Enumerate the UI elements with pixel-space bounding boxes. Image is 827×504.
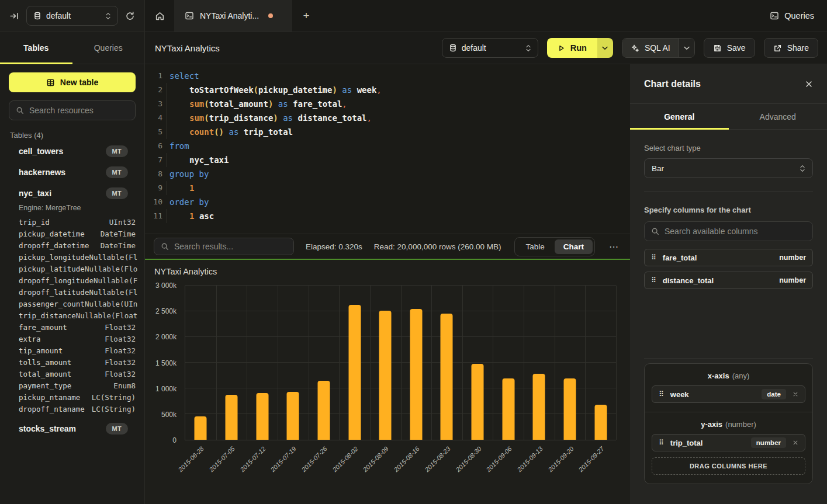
engine-badge: MT bbox=[106, 423, 128, 435]
run-options-button[interactable] bbox=[597, 38, 613, 58]
sql-ai-options-button[interactable] bbox=[679, 39, 694, 57]
table-item-nyc-taxi[interactable]: nyc_taxi MT bbox=[9, 183, 136, 204]
column-row: trip_distanceNullable(Float bbox=[9, 310, 136, 321]
resource-search-input[interactable] bbox=[29, 106, 129, 115]
new-table-button[interactable]: New table bbox=[9, 72, 136, 92]
code-text: 1 asc bbox=[169, 209, 214, 223]
save-button[interactable]: Save bbox=[704, 38, 755, 58]
code-line[interactable]: 10order by bbox=[145, 195, 630, 209]
gridline-v bbox=[616, 286, 617, 440]
code-line[interactable]: 6from bbox=[145, 139, 630, 153]
column-type: Nullable(Fl bbox=[89, 253, 137, 262]
drag-handle-icon[interactable]: ⠿ bbox=[651, 277, 656, 284]
topbar-database-selector[interactable]: default bbox=[26, 6, 118, 26]
x-tick-label: 2015-08-09 bbox=[362, 445, 390, 473]
sparkles-icon bbox=[631, 44, 639, 53]
collapse-sidebar-icon[interactable] bbox=[9, 11, 19, 21]
chart-type-select[interactable]: Bar bbox=[644, 158, 813, 178]
gridline-v bbox=[524, 286, 524, 440]
remove-icon[interactable] bbox=[793, 391, 798, 397]
code-line[interactable]: 91 bbox=[145, 181, 630, 195]
more-options-button[interactable]: ⋯ bbox=[607, 241, 621, 252]
refresh-icon[interactable] bbox=[125, 11, 135, 21]
save-button-label: Save bbox=[727, 43, 746, 53]
column-chip-distance-total[interactable]: ⠿ distance_total number bbox=[644, 272, 813, 289]
code-line[interactable]: 4sum(trip_distance) as distance_total, bbox=[145, 111, 630, 125]
y-tick-label: 0 bbox=[172, 436, 177, 444]
x-axis-hint: (any) bbox=[732, 371, 750, 380]
tab-nytaxi-analytics[interactable]: NYTaxi Analyti... bbox=[174, 0, 292, 32]
sidebar-tab-tables[interactable]: Tables bbox=[0, 32, 72, 64]
spacer bbox=[644, 289, 813, 358]
code-line[interactable]: 1select bbox=[145, 69, 630, 83]
y-axis-chip-trip-total[interactable]: ⠿ trip_total number bbox=[652, 434, 805, 451]
chart-bar bbox=[502, 378, 514, 440]
sql-ai-button[interactable]: SQL AI bbox=[622, 39, 679, 57]
table-item-hackernews[interactable]: hackernews MT bbox=[9, 162, 136, 183]
column-name: tip_amount bbox=[19, 346, 63, 355]
results-search-input[interactable] bbox=[174, 242, 287, 251]
column-chip-type: number bbox=[779, 253, 806, 262]
drag-handle-icon[interactable]: ⠿ bbox=[651, 254, 656, 261]
code-line[interactable]: 8group by bbox=[145, 167, 630, 181]
tab-general[interactable]: General bbox=[630, 104, 729, 129]
column-chip-fare-total[interactable]: ⠿ fare_total number bbox=[644, 249, 813, 266]
column-row: extraFloat32 bbox=[9, 333, 136, 345]
view-toggle-chart[interactable]: Chart bbox=[555, 239, 593, 254]
column-name: dropoff_latitude bbox=[19, 288, 89, 297]
view-toggle-table[interactable]: Table bbox=[517, 239, 553, 254]
chart-details-header: Chart details bbox=[630, 64, 827, 104]
x-tick-label: 2015-09-20 bbox=[546, 445, 575, 473]
remove-icon[interactable] bbox=[793, 440, 798, 446]
code-line[interactable]: 3sum(total_amount) as fare_total, bbox=[145, 97, 630, 111]
line-number: 7 bbox=[145, 153, 162, 167]
drag-handle-icon[interactable]: ⠿ bbox=[659, 439, 664, 446]
chart-bar bbox=[195, 416, 207, 440]
column-name: pickup_ntaname bbox=[19, 393, 80, 402]
share-button[interactable]: Share bbox=[764, 38, 818, 58]
table-item-stocks-stream[interactable]: stocks_stream MT bbox=[9, 418, 136, 439]
column-row: dropoff_longitudeNullable(F bbox=[9, 274, 136, 286]
y-tick-label: 3 000k bbox=[155, 281, 177, 290]
code-line[interactable]: 5count() as trip_total bbox=[145, 125, 630, 139]
gridline-v bbox=[278, 286, 278, 440]
column-chip-name: fare_total bbox=[663, 253, 773, 262]
y-axis-hint: (number) bbox=[725, 420, 756, 429]
tab-advanced[interactable]: Advanced bbox=[729, 104, 827, 129]
drag-columns-dropzone[interactable]: DRAG COLUMNS HERE bbox=[652, 457, 805, 475]
new-tab-button[interactable]: + bbox=[292, 0, 320, 32]
x-tick-label: 2015-07-12 bbox=[238, 445, 267, 473]
code-line[interactable]: 2toStartOfWeek(pickup_datetime) as week, bbox=[145, 83, 630, 97]
chart-details-body: Select chart type Bar Specify columns fo… bbox=[630, 130, 827, 504]
table-item-cell-towers[interactable]: cell_towers MT bbox=[9, 141, 136, 162]
column-name: fare_amount bbox=[19, 323, 67, 332]
x-axis-chip-week[interactable]: ⠿ week date bbox=[652, 385, 805, 403]
column-type: Float32 bbox=[105, 335, 136, 343]
home-button[interactable] bbox=[145, 0, 174, 32]
queries-button[interactable]: Queries bbox=[757, 0, 827, 32]
column-type: Float32 bbox=[105, 323, 136, 332]
column-search-input[interactable] bbox=[665, 227, 806, 236]
line-number: 11 bbox=[145, 209, 162, 223]
toolbar-database-selector[interactable]: default bbox=[442, 38, 538, 58]
code-text: sum(trip_distance) as distance_total, bbox=[169, 111, 372, 125]
drag-handle-icon[interactable]: ⠿ bbox=[659, 391, 664, 398]
sidebar-tab-queries[interactable]: Queries bbox=[72, 32, 145, 64]
code-line[interactable]: 111 asc bbox=[145, 209, 630, 223]
sql-editor[interactable]: 1select2toStartOfWeek(pickup_datetime) a… bbox=[145, 64, 630, 234]
database-icon bbox=[449, 44, 457, 52]
line-number: 10 bbox=[145, 195, 162, 209]
run-button[interactable]: Run bbox=[547, 38, 597, 58]
column-row: pickup_longitudeNullable(Fl bbox=[9, 251, 136, 263]
run-button-group: Run bbox=[547, 38, 613, 58]
chart-panel: NYTaxi Analytics 0500k1 000k1 500k2 000k… bbox=[145, 260, 630, 504]
column-type: LC(String) bbox=[92, 405, 136, 413]
column-type: Nullable(Flo bbox=[85, 265, 137, 273]
column-type: Float32 bbox=[105, 346, 136, 355]
engine-badge: MT bbox=[106, 187, 128, 199]
x-tick-label: 2015-09-27 bbox=[577, 445, 605, 473]
code-line[interactable]: 7nyc_taxi bbox=[145, 153, 630, 167]
chart-bar bbox=[256, 393, 268, 440]
close-icon[interactable] bbox=[805, 80, 813, 88]
y-tick-label: 1 500k bbox=[155, 359, 177, 367]
